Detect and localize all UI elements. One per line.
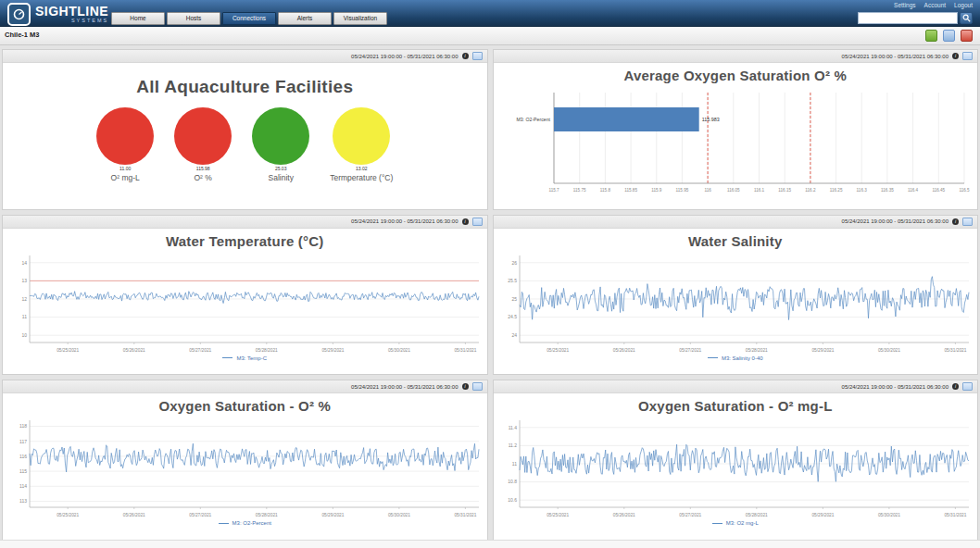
search-button[interactable]: [960, 12, 973, 24]
svg-text:05/31/2021: 05/31/2021: [945, 513, 967, 517]
nav-tab-hosts[interactable]: Hosts: [167, 12, 220, 25]
panel-water-salinity: 05/24/2021 19:00:00 - 05/31/2021 06:30:0…: [493, 215, 979, 376]
nav-link-logout[interactable]: Logout: [954, 2, 973, 8]
legend-line-swatch: [712, 523, 722, 524]
svg-text:116: 116: [19, 454, 27, 459]
chart-export-icon[interactable]: [472, 382, 483, 391]
svg-text:116.3: 116.3: [857, 188, 868, 193]
panel-header: 05/24/2021 19:00:00 - 05/31/2021 06:30:0…: [3, 216, 487, 229]
average-oxygen-bar-chart: 115.7115.75115.8115.85115.9115.95116116.…: [495, 85, 975, 206]
svg-text:13: 13: [21, 278, 27, 283]
data-series-line: [520, 445, 969, 482]
panel-header: 05/24/2021 19:00:00 - 05/31/2021 06:30:0…: [494, 216, 978, 229]
nav-tab-visualization[interactable]: Visualization: [333, 12, 387, 25]
panel-header: 05/24/2021 19:00:00 - 05/31/2021 06:30:0…: [3, 50, 487, 63]
svg-text:05/31/2021: 05/31/2021: [945, 348, 967, 353]
data-series-line: [30, 291, 479, 303]
indicator-label: Salinity: [252, 173, 309, 182]
info-icon[interactable]: [952, 53, 959, 59]
svg-text:05/30/2021: 05/30/2021: [388, 513, 410, 517]
panel-oxygen-mgl: 05/24/2021 19:00:00 - 05/31/2021 06:30:0…: [493, 380, 979, 541]
export-pdf-icon[interactable]: [961, 30, 973, 42]
search-bar: [834, 12, 973, 24]
gridlines: [554, 93, 964, 183]
svg-text:05/29/2021: 05/29/2021: [812, 513, 835, 517]
svg-text:05/26/2021: 05/26/2021: [613, 513, 635, 517]
status-circle-alarm: [96, 107, 154, 165]
indicator-label: Termperature (°C): [330, 173, 393, 182]
panel-oxygen-percent: 05/24/2021 19:00:00 - 05/31/2021 06:30:0…: [2, 380, 488, 541]
date-range-label: 05/24/2021 19:00:00 - 05/31/2021 06:30:0…: [351, 54, 458, 59]
search-icon: [962, 14, 971, 22]
chart-title: Oxygen Saturation - O² %: [3, 393, 487, 414]
chart-export-icon[interactable]: [962, 218, 973, 226]
search-input[interactable]: [858, 12, 958, 24]
chart-legend: M3: O2-Percent: [3, 520, 487, 526]
svg-text:12: 12: [21, 295, 27, 301]
svg-text:05/25/2021: 05/25/2021: [57, 513, 79, 517]
dashboard-grid: 05/24/2021 19:00:00 - 05/31/2021 06:30:0…: [0, 44, 980, 541]
svg-text:115.75: 115.75: [573, 188, 586, 193]
x-axis-labels: 05/25/202105/26/202105/27/202105/28/2021…: [57, 342, 477, 353]
brand-logo: SIGHTLINE SYSTEMS: [7, 3, 108, 26]
svg-text:05/28/2021: 05/28/2021: [746, 513, 768, 517]
svg-text:117: 117: [19, 439, 27, 444]
date-range-label: 05/24/2021 19:00:00 - 05/31/2021 06:30:0…: [842, 218, 949, 224]
info-icon[interactable]: [952, 383, 959, 390]
page-title: All Aquaculture Facilities: [3, 77, 487, 97]
svg-text:05/30/2021: 05/30/2021: [878, 348, 900, 353]
svg-text:05/26/2021: 05/26/2021: [613, 348, 635, 353]
x-axis-labels: 05/25/202105/26/202105/27/202105/28/2021…: [57, 507, 477, 517]
svg-text:116.5: 116.5: [960, 188, 971, 193]
status-circle-alarm: [174, 107, 232, 165]
nav-tab-home[interactable]: Home: [111, 12, 165, 25]
date-range-label: 05/24/2021 19:00:00 - 05/31/2021 06:30:0…: [351, 218, 458, 224]
y-axis-labels: 11.411.21110.810.6: [509, 425, 518, 503]
nav-tab-alerts[interactable]: Alerts: [278, 12, 332, 25]
panel-header: 05/24/2021 19:00:00 - 05/31/2021 06:30:0…: [494, 50, 978, 63]
nav-tabs: HomeHostsConnectionsAlertsVisualization: [111, 12, 387, 25]
top-navigation-bar: SIGHTLINE SYSTEMS HomeHostsConnectionsAl…: [0, 0, 980, 27]
svg-text:05/27/2021: 05/27/2021: [680, 513, 702, 517]
sightline-logo-icon: [7, 3, 31, 26]
svg-text:24.5: 24.5: [509, 314, 518, 319]
brand-subtitle: SYSTEMS: [35, 19, 108, 24]
chart-export-icon[interactable]: [962, 52, 973, 60]
svg-text:05/28/2021: 05/28/2021: [746, 348, 768, 353]
chart-export-icon[interactable]: [472, 52, 483, 60]
svg-text:11: 11: [512, 461, 517, 467]
info-icon[interactable]: [952, 218, 959, 225]
svg-text:116.25: 116.25: [830, 188, 843, 193]
x-axis-labels: 115.7115.75115.8115.85115.9115.95116116.…: [549, 188, 971, 193]
nav-right-section: SettingsAccountLogout: [834, 2, 973, 24]
gridlines: [30, 262, 479, 334]
data-bar: [554, 107, 699, 131]
info-icon[interactable]: [462, 53, 469, 59]
chart-export-icon[interactable]: [472, 218, 483, 226]
panel-water-temperature: 05/24/2021 19:00:00 - 05/31/2021 06:30:0…: [2, 215, 488, 376]
info-icon[interactable]: [462, 383, 469, 390]
nav-link-settings[interactable]: Settings: [894, 2, 916, 8]
svg-text:116.45: 116.45: [933, 188, 946, 193]
svg-text:05/27/2021: 05/27/2021: [189, 348, 211, 353]
breadcrumb: Chile-1 M3: [5, 31, 40, 39]
svg-text:05/31/2021: 05/31/2021: [454, 348, 476, 353]
export-image-icon[interactable]: [943, 30, 955, 42]
horizontal-scrollbar[interactable]: [0, 540, 980, 548]
breadcrumb-bar: Chile-1 M3: [0, 26, 980, 45]
nav-link-account[interactable]: Account: [924, 2, 947, 8]
legend-label: M3: O2 mg-L: [726, 520, 759, 526]
data-series-line: [520, 276, 969, 319]
svg-text:05/25/2021: 05/25/2021: [57, 348, 79, 353]
info-icon[interactable]: [462, 218, 469, 225]
nav-tab-connections[interactable]: Connections: [222, 12, 276, 25]
chart-legend: M3: Salinity 0-40: [494, 355, 978, 361]
svg-text:05/25/2021: 05/25/2021: [547, 513, 569, 517]
svg-text:25.5: 25.5: [509, 278, 518, 283]
account-links: SettingsAccountLogout: [834, 2, 973, 8]
svg-text:05/27/2021: 05/27/2021: [680, 348, 702, 353]
export-excel-icon[interactable]: [925, 30, 937, 42]
status-indicators: 11.00O² mg-L115.98O² %25.03Salinity13.02…: [3, 107, 487, 182]
chart-export-icon[interactable]: [962, 382, 973, 391]
chart-title: Water Temperature (°C): [3, 229, 487, 249]
